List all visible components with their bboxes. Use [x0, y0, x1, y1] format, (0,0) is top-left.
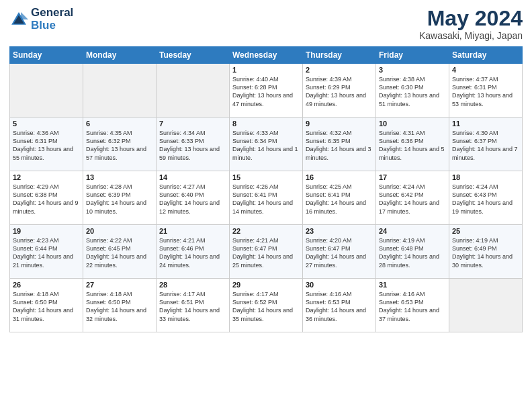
calendar-cell: 2Sunrise: 4:39 AM Sunset: 6:29 PM Daylig… — [303, 64, 376, 118]
cell-info: Sunrise: 4:31 AM Sunset: 6:36 PM Dayligh… — [379, 129, 446, 162]
calendar-cell: 24Sunrise: 4:19 AM Sunset: 6:48 PM Dayli… — [376, 225, 449, 279]
cell-info: Sunrise: 4:26 AM Sunset: 6:41 PM Dayligh… — [232, 183, 300, 216]
calendar-cell: 3Sunrise: 4:38 AM Sunset: 6:30 PM Daylig… — [376, 64, 449, 118]
cell-info: Sunrise: 4:39 AM Sunset: 6:29 PM Dayligh… — [306, 75, 373, 108]
calendar-cell: 26Sunrise: 4:18 AM Sunset: 6:50 PM Dayli… — [10, 279, 83, 332]
day-number: 14 — [159, 173, 226, 181]
cell-info: Sunrise: 4:24 AM Sunset: 6:42 PM Dayligh… — [379, 183, 446, 216]
cell-info: Sunrise: 4:29 AM Sunset: 6:38 PM Dayligh… — [13, 183, 80, 216]
cell-info: Sunrise: 4:19 AM Sunset: 6:48 PM Dayligh… — [379, 236, 446, 269]
day-number: 3 — [379, 66, 446, 74]
calendar-cell: 12Sunrise: 4:29 AM Sunset: 6:38 PM Dayli… — [10, 171, 83, 225]
cell-info: Sunrise: 4:32 AM Sunset: 6:35 PM Dayligh… — [306, 129, 373, 162]
cell-info: Sunrise: 4:16 AM Sunset: 6:53 PM Dayligh… — [379, 290, 446, 323]
col-sunday: Sunday — [10, 47, 83, 64]
col-tuesday: Tuesday — [157, 47, 230, 64]
calendar-page: General Blue May 2024 Kawasaki, Miyagi, … — [0, 0, 532, 411]
day-number: 13 — [86, 173, 153, 181]
day-number: 21 — [159, 227, 226, 235]
day-number: 18 — [452, 173, 519, 181]
calendar-cell: 16Sunrise: 4:25 AM Sunset: 6:41 PM Dayli… — [303, 171, 376, 225]
calendar-cell: 27Sunrise: 4:18 AM Sunset: 6:50 PM Dayli… — [83, 279, 157, 332]
day-number: 17 — [379, 173, 446, 181]
calendar-table: Sunday Monday Tuesday Wednesday Thursday… — [9, 46, 523, 332]
day-number: 2 — [306, 66, 373, 74]
calendar-cell: 8Sunrise: 4:33 AM Sunset: 6:34 PM Daylig… — [230, 118, 303, 171]
cell-info: Sunrise: 4:18 AM Sunset: 6:50 PM Dayligh… — [86, 290, 153, 323]
calendar-cell: 5Sunrise: 4:36 AM Sunset: 6:31 PM Daylig… — [10, 118, 83, 171]
cell-info: Sunrise: 4:34 AM Sunset: 6:33 PM Dayligh… — [159, 129, 226, 162]
calendar-cell: 25Sunrise: 4:19 AM Sunset: 6:49 PM Dayli… — [449, 225, 523, 279]
day-number: 16 — [306, 173, 373, 181]
day-number: 11 — [452, 120, 519, 128]
cell-info: Sunrise: 4:25 AM Sunset: 6:41 PM Dayligh… — [306, 183, 373, 216]
calendar-cell: 11Sunrise: 4:30 AM Sunset: 6:37 PM Dayli… — [449, 118, 523, 171]
day-number: 24 — [379, 227, 446, 235]
cell-info: Sunrise: 4:22 AM Sunset: 6:45 PM Dayligh… — [86, 236, 153, 269]
calendar-cell: 31Sunrise: 4:16 AM Sunset: 6:53 PM Dayli… — [376, 279, 449, 332]
logo: General Blue — [9, 7, 73, 32]
cell-info: Sunrise: 4:17 AM Sunset: 6:52 PM Dayligh… — [232, 290, 300, 323]
cell-info: Sunrise: 4:17 AM Sunset: 6:51 PM Dayligh… — [159, 290, 226, 323]
day-number: 9 — [306, 120, 373, 128]
calendar-week-row: 5Sunrise: 4:36 AM Sunset: 6:31 PM Daylig… — [10, 118, 523, 171]
cell-info: Sunrise: 4:16 AM Sunset: 6:53 PM Dayligh… — [306, 290, 373, 323]
calendar-cell: 29Sunrise: 4:17 AM Sunset: 6:52 PM Dayli… — [230, 279, 303, 332]
day-number: 28 — [159, 281, 226, 289]
col-wednesday: Wednesday — [230, 47, 303, 64]
cell-info: Sunrise: 4:35 AM Sunset: 6:32 PM Dayligh… — [86, 129, 153, 162]
calendar-cell: 22Sunrise: 4:21 AM Sunset: 6:47 PM Dayli… — [230, 225, 303, 279]
calendar-week-row: 19Sunrise: 4:23 AM Sunset: 6:44 PM Dayli… — [10, 225, 523, 279]
cell-info: Sunrise: 4:27 AM Sunset: 6:40 PM Dayligh… — [159, 183, 226, 216]
cell-info: Sunrise: 4:36 AM Sunset: 6:31 PM Dayligh… — [13, 129, 80, 162]
calendar-cell: 6Sunrise: 4:35 AM Sunset: 6:32 PM Daylig… — [83, 118, 157, 171]
cell-info: Sunrise: 4:30 AM Sunset: 6:37 PM Dayligh… — [452, 129, 519, 162]
calendar-cell: 4Sunrise: 4:37 AM Sunset: 6:31 PM Daylig… — [449, 64, 523, 118]
cell-info: Sunrise: 4:20 AM Sunset: 6:47 PM Dayligh… — [306, 236, 373, 269]
calendar-cell: 7Sunrise: 4:34 AM Sunset: 6:33 PM Daylig… — [157, 118, 230, 171]
col-friday: Friday — [376, 47, 449, 64]
col-monday: Monday — [83, 47, 157, 64]
cell-info: Sunrise: 4:24 AM Sunset: 6:43 PM Dayligh… — [452, 183, 519, 216]
calendar-cell: 10Sunrise: 4:31 AM Sunset: 6:36 PM Dayli… — [376, 118, 449, 171]
calendar-cell: 14Sunrise: 4:27 AM Sunset: 6:40 PM Dayli… — [157, 171, 230, 225]
calendar-week-row: 26Sunrise: 4:18 AM Sunset: 6:50 PM Dayli… — [10, 279, 523, 332]
cell-info: Sunrise: 4:40 AM Sunset: 6:28 PM Dayligh… — [232, 75, 300, 108]
calendar-cell: 1Sunrise: 4:40 AM Sunset: 6:28 PM Daylig… — [230, 64, 303, 118]
day-number: 19 — [13, 227, 80, 235]
day-number: 5 — [13, 120, 80, 128]
day-number: 8 — [232, 120, 300, 128]
calendar-cell: 28Sunrise: 4:17 AM Sunset: 6:51 PM Dayli… — [157, 279, 230, 332]
calendar-cell: 20Sunrise: 4:22 AM Sunset: 6:45 PM Dayli… — [83, 225, 157, 279]
calendar-cell — [449, 279, 523, 332]
calendar-cell — [10, 64, 83, 118]
day-number: 31 — [379, 281, 446, 289]
calendar-week-row: 1Sunrise: 4:40 AM Sunset: 6:28 PM Daylig… — [10, 64, 523, 118]
cell-info: Sunrise: 4:33 AM Sunset: 6:34 PM Dayligh… — [232, 129, 300, 162]
calendar-cell: 23Sunrise: 4:20 AM Sunset: 6:47 PM Dayli… — [303, 225, 376, 279]
calendar-cell — [83, 64, 157, 118]
calendar-week-row: 12Sunrise: 4:29 AM Sunset: 6:38 PM Dayli… — [10, 171, 523, 225]
cell-info: Sunrise: 4:38 AM Sunset: 6:30 PM Dayligh… — [379, 75, 446, 108]
calendar-cell — [157, 64, 230, 118]
cell-info: Sunrise: 4:23 AM Sunset: 6:44 PM Dayligh… — [13, 236, 80, 269]
calendar-cell: 17Sunrise: 4:24 AM Sunset: 6:42 PM Dayli… — [376, 171, 449, 225]
cell-info: Sunrise: 4:19 AM Sunset: 6:49 PM Dayligh… — [452, 236, 519, 269]
day-number: 30 — [306, 281, 373, 289]
cell-info: Sunrise: 4:18 AM Sunset: 6:50 PM Dayligh… — [13, 290, 80, 323]
calendar-subtitle: Kawasaki, Miyagi, Japan — [419, 30, 523, 41]
svg-marker-2 — [21, 12, 28, 19]
col-thursday: Thursday — [303, 47, 376, 64]
calendar-title: May 2024 — [419, 7, 523, 30]
calendar-header-row: Sunday Monday Tuesday Wednesday Thursday… — [10, 47, 523, 64]
cell-info: Sunrise: 4:37 AM Sunset: 6:31 PM Dayligh… — [452, 75, 519, 108]
cell-info: Sunrise: 4:28 AM Sunset: 6:39 PM Dayligh… — [86, 183, 153, 216]
day-number: 1 — [232, 66, 300, 74]
day-number: 22 — [232, 227, 300, 235]
day-number: 29 — [232, 281, 300, 289]
cell-info: Sunrise: 4:21 AM Sunset: 6:46 PM Dayligh… — [159, 236, 226, 269]
logo-icon — [9, 10, 28, 29]
calendar-cell: 13Sunrise: 4:28 AM Sunset: 6:39 PM Dayli… — [83, 171, 157, 225]
calendar-cell: 15Sunrise: 4:26 AM Sunset: 6:41 PM Dayli… — [230, 171, 303, 225]
logo-text: General Blue — [31, 7, 73, 32]
